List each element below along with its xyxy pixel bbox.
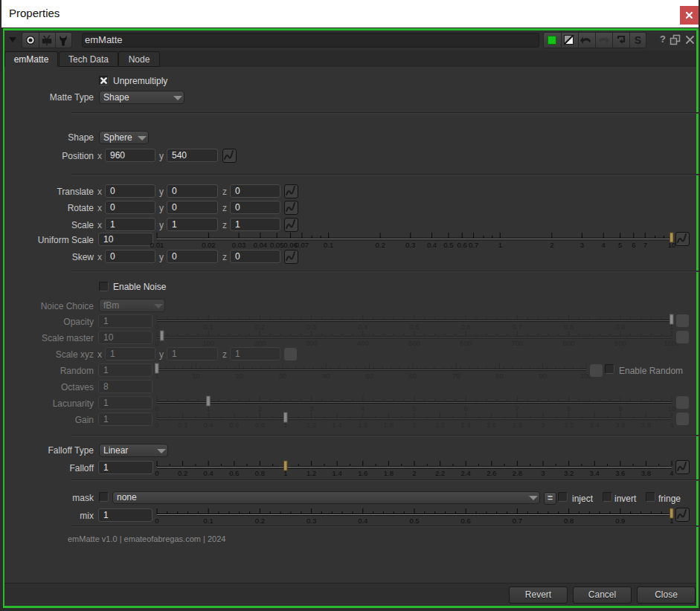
svg-text:3.4: 3.4: [590, 469, 600, 477]
svg-text:3.8: 3.8: [641, 421, 651, 429]
svg-text:0.6: 0.6: [457, 241, 467, 249]
svg-text:3: 3: [541, 469, 545, 477]
svg-text:0.2: 0.2: [255, 517, 265, 525]
svg-text:0.7: 0.7: [513, 517, 522, 525]
svg-text:0.8: 0.8: [255, 469, 265, 477]
svg-text:3.6: 3.6: [615, 421, 625, 429]
svg-text:400: 400: [357, 339, 369, 347]
svg-text:900: 900: [614, 339, 626, 347]
svg-text:2.6: 2.6: [487, 469, 496, 477]
svg-text:60: 60: [409, 372, 417, 380]
svg-text:0.05: 0.05: [270, 241, 284, 249]
svg-text:3: 3: [580, 241, 584, 249]
svg-text:20: 20: [235, 372, 243, 380]
svg-text:0.02: 0.02: [202, 241, 216, 249]
svg-text:2.2: 2.2: [435, 421, 445, 429]
svg-text:0.9: 0.9: [615, 517, 625, 525]
svg-text:90: 90: [539, 372, 547, 380]
svg-text:0: 0: [155, 339, 158, 347]
svg-text:1.2: 1.2: [306, 469, 316, 477]
svg-text:0.7: 0.7: [469, 241, 478, 249]
svg-text:70: 70: [452, 372, 460, 380]
svg-text:2.6: 2.6: [487, 421, 496, 429]
svg-text:200: 200: [254, 339, 266, 347]
svg-text:100: 100: [202, 339, 214, 347]
svg-text:0: 0: [155, 469, 158, 477]
svg-text:0.2: 0.2: [375, 241, 385, 249]
svg-text:0.5: 0.5: [409, 517, 419, 525]
svg-text:1: 1: [498, 241, 502, 249]
svg-text:1.4: 1.4: [333, 421, 342, 429]
svg-text:1.4: 1.4: [333, 469, 342, 477]
svg-text:2: 2: [412, 469, 416, 477]
svg-text:800: 800: [563, 339, 575, 347]
svg-text:0.1: 0.1: [204, 517, 213, 525]
svg-text:3: 3: [541, 421, 545, 429]
svg-text:0.04: 0.04: [254, 241, 268, 249]
svg-text:0: 0: [155, 517, 158, 525]
svg-text:0.6: 0.6: [461, 517, 471, 525]
svg-text:0.8: 0.8: [255, 421, 265, 429]
svg-text:3.2: 3.2: [564, 469, 574, 477]
svg-text:2: 2: [412, 421, 416, 429]
svg-text:0.3: 0.3: [306, 517, 316, 525]
svg-text:0.5: 0.5: [443, 241, 453, 249]
svg-text:0.03: 0.03: [232, 241, 246, 249]
svg-text:3.8: 3.8: [641, 469, 651, 477]
svg-text:4: 4: [670, 421, 673, 429]
svg-text:80: 80: [495, 372, 504, 380]
svg-text:10: 10: [192, 372, 200, 380]
svg-text:0.2: 0.2: [178, 421, 187, 429]
svg-text:0.07: 0.07: [295, 241, 309, 249]
svg-text:1.8: 1.8: [384, 421, 394, 429]
svg-text:0.01: 0.01: [150, 241, 164, 249]
svg-text:0.3: 0.3: [405, 241, 415, 249]
svg-text:50: 50: [365, 372, 373, 380]
svg-text:1.6: 1.6: [358, 469, 367, 477]
svg-text:40: 40: [322, 372, 330, 380]
svg-text:2.4: 2.4: [461, 469, 471, 477]
svg-text:600: 600: [460, 339, 472, 347]
svg-text:2.8: 2.8: [513, 421, 522, 429]
svg-text:0.4: 0.4: [204, 421, 213, 429]
svg-text:0.4: 0.4: [204, 469, 213, 477]
svg-text:30: 30: [279, 372, 287, 380]
svg-text:1.8: 1.8: [384, 469, 394, 477]
svg-text:2: 2: [550, 241, 553, 249]
svg-text:0.1: 0.1: [324, 241, 333, 249]
svg-text:0.2: 0.2: [178, 469, 187, 477]
svg-text:0: 0: [155, 421, 158, 429]
svg-text:500: 500: [408, 339, 420, 347]
svg-text:0.4: 0.4: [358, 517, 367, 525]
svg-text:2.8: 2.8: [513, 469, 522, 477]
svg-text:0.4: 0.4: [427, 241, 437, 249]
svg-text:0.6: 0.6: [229, 469, 239, 477]
svg-text:700: 700: [511, 339, 523, 347]
svg-text:0.6: 0.6: [229, 421, 239, 429]
svg-text:300: 300: [306, 339, 318, 347]
svg-text:6: 6: [632, 241, 635, 249]
svg-text:1.6: 1.6: [358, 421, 367, 429]
svg-text:7: 7: [643, 241, 647, 249]
svg-text:2.4: 2.4: [461, 421, 471, 429]
svg-text:0.8: 0.8: [564, 517, 574, 525]
svg-text:4: 4: [602, 241, 606, 249]
svg-text:5: 5: [618, 241, 622, 249]
svg-text:3.2: 3.2: [564, 421, 574, 429]
svg-text:1.2: 1.2: [306, 421, 316, 429]
svg-text:2.2: 2.2: [435, 469, 445, 477]
svg-text:3.4: 3.4: [590, 421, 600, 429]
svg-text:4: 4: [670, 469, 673, 477]
svg-text:3.6: 3.6: [615, 469, 625, 477]
